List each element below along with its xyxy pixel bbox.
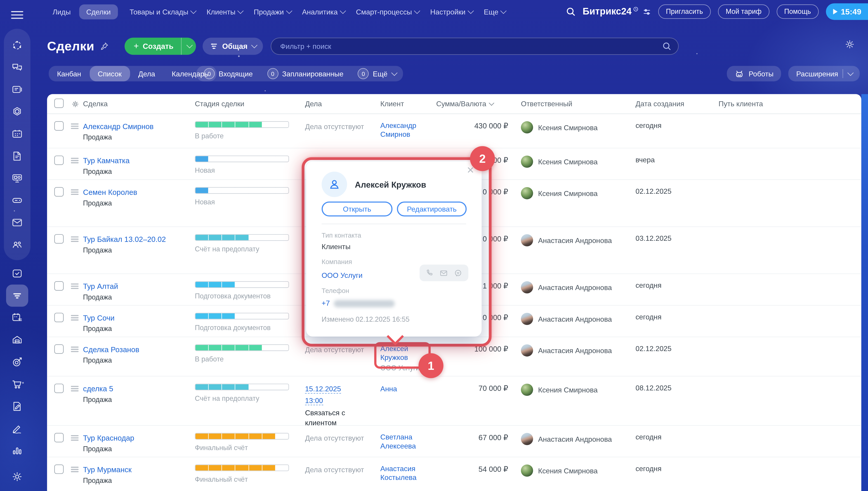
search-icon[interactable]: [566, 6, 575, 17]
row-menu-icon[interactable]: [71, 148, 83, 164]
table-row[interactable]: Сделка РозановПродажа В работе Дела отсу…: [47, 337, 861, 376]
feed-icon[interactable]: [6, 79, 28, 101]
tab-list[interactable]: Список: [90, 66, 130, 81]
company-link[interactable]: ООО Услуги: [322, 271, 363, 280]
chat-icon[interactable]: [454, 269, 462, 277]
stage-progress-bar[interactable]: [195, 121, 289, 128]
marketing-icon[interactable]: [6, 351, 28, 373]
tasks-icon[interactable]: [6, 262, 28, 285]
table-row[interactable]: Тур КраснодарПродажа Финальный счёт Дела…: [47, 426, 861, 457]
counter-more[interactable]: 0Ещё: [351, 68, 403, 79]
client-link[interactable]: Светлана Алексеева: [380, 433, 423, 451]
extensions-button[interactable]: Расширения: [788, 66, 860, 81]
activity-date-link[interactable]: 15.12.2025: [305, 385, 341, 394]
stage-progress-bar[interactable]: [195, 155, 289, 162]
help-button[interactable]: Помощь: [776, 4, 819, 19]
view-selector-button[interactable]: Общая: [203, 37, 263, 55]
deal-name-link[interactable]: сделка 5: [83, 385, 113, 394]
responsible-name[interactable]: Анастасия Андронова: [538, 283, 612, 292]
column-header-amount[interactable]: Сумма/Валюта: [436, 100, 508, 108]
row-checkbox[interactable]: [54, 121, 64, 131]
pin-icon[interactable]: [100, 41, 110, 51]
client-link[interactable]: Алексей Кружков: [380, 344, 423, 363]
grid-settings-gear-icon[interactable]: [844, 39, 855, 50]
column-header-deal[interactable]: Сделка: [83, 100, 195, 108]
deal-name-link[interactable]: Тур Сочи: [83, 314, 114, 323]
stage-progress-bar[interactable]: [195, 281, 289, 288]
documents-icon[interactable]: [6, 145, 28, 167]
responsible-name[interactable]: Анастасия Андронова: [538, 315, 612, 323]
row-checkbox[interactable]: [54, 433, 64, 442]
stage-progress-bar[interactable]: [195, 384, 289, 390]
column-header-client[interactable]: Клиент: [380, 100, 436, 108]
booking-icon[interactable]: [6, 307, 28, 329]
responsible-name[interactable]: Анастасия Андронова: [538, 346, 612, 355]
nav-item-smart-processes[interactable]: Смарт-процессы: [356, 7, 419, 16]
nav-item-leads[interactable]: Лиды: [53, 7, 71, 16]
menu-icon[interactable]: [11, 9, 23, 21]
open-contact-button[interactable]: Открыть: [322, 201, 392, 216]
shop-icon[interactable]: [6, 373, 28, 395]
row-checkbox[interactable]: [54, 281, 64, 291]
search-filter-input[interactable]: Фильтр + поиск: [271, 37, 679, 55]
row-checkbox[interactable]: [54, 155, 64, 165]
deal-name-link[interactable]: Тур Краснодар: [83, 434, 134, 443]
stage-progress-bar[interactable]: [195, 313, 289, 319]
responsible-name[interactable]: Ксения Смирнова: [538, 157, 598, 166]
mail-icon[interactable]: [6, 211, 28, 234]
row-menu-icon[interactable]: [71, 337, 83, 353]
deal-name-link[interactable]: Тур Камчатка: [83, 157, 129, 166]
row-checkbox[interactable]: [54, 465, 64, 474]
counter-incoming[interactable]: 0Входящие: [197, 68, 260, 79]
column-header-activities[interactable]: Дела: [305, 100, 380, 108]
search-icon[interactable]: [662, 41, 671, 51]
column-header-created[interactable]: Дата создания: [635, 100, 718, 108]
select-all-checkbox[interactable]: [54, 98, 64, 108]
row-menu-icon[interactable]: [71, 457, 83, 473]
column-header-responsible[interactable]: Ответственный: [508, 100, 635, 108]
deal-name-link[interactable]: Семен Королев: [83, 188, 137, 197]
timer-button[interactable]: 15:49: [826, 3, 868, 20]
settings-gear-icon[interactable]: [6, 466, 28, 488]
people-icon[interactable]: [6, 233, 28, 256]
column-header-client-path[interactable]: Путь клиента: [719, 100, 862, 108]
nav-item-settings[interactable]: Настройки: [430, 7, 472, 16]
nav-item-analytics[interactable]: Аналитика: [302, 7, 344, 16]
client-link[interactable]: Анна: [380, 385, 397, 394]
deal-name-link[interactable]: Тур Байкал 13.02–20.02: [83, 235, 166, 244]
invite-network-icon[interactable]: [6, 34, 28, 57]
row-menu-icon[interactable]: [71, 426, 83, 442]
responsible-name[interactable]: Ксения Смирнова: [538, 123, 598, 132]
table-row[interactable]: сделка 5Продажа Счёт на предоплату 15.12…: [47, 376, 861, 426]
invite-button[interactable]: Пригласить: [658, 4, 711, 19]
row-menu-icon[interactable]: [71, 114, 83, 130]
sign-icon[interactable]: [6, 395, 28, 417]
responsible-name[interactable]: Ксения Смирнова: [538, 386, 598, 394]
row-checkbox[interactable]: [54, 384, 64, 393]
counter-planned[interactable]: 0Запланированные: [260, 68, 351, 79]
row-checkbox[interactable]: [54, 234, 64, 244]
nav-item-sales[interactable]: Продажи: [254, 7, 291, 16]
column-header-stage[interactable]: Стадия сделки: [195, 100, 305, 108]
stage-progress-bar[interactable]: [195, 433, 289, 439]
create-dropdown[interactable]: [181, 37, 196, 55]
drive-icon[interactable]: [6, 190, 28, 211]
client-link[interactable]: Анастасия Костылева: [380, 465, 423, 483]
tab-activities[interactable]: Дела: [130, 66, 163, 81]
responsible-name[interactable]: Ксения Смирнова: [538, 189, 598, 197]
row-menu-icon[interactable]: [71, 227, 83, 243]
deal-name-link[interactable]: Тур Мурманск: [83, 466, 131, 475]
deal-name-link[interactable]: Александр Смирнов: [83, 122, 153, 131]
table-row[interactable]: Тур МурманскПродажа Финальный счёт Дела …: [47, 457, 861, 491]
columns-settings-gear-icon[interactable]: [71, 99, 83, 108]
my-tariff-button[interactable]: Мой тариф: [718, 4, 769, 19]
sliders-icon[interactable]: [642, 8, 651, 16]
table-row[interactable]: Александр СмирновПродажа В работе Дела о…: [47, 114, 861, 148]
stage-progress-bar[interactable]: [195, 234, 289, 241]
messenger-icon[interactable]: [6, 57, 28, 79]
stage-progress-bar[interactable]: [195, 465, 289, 471]
video-meeting-icon[interactable]: [6, 167, 28, 190]
activity-time-link[interactable]: 13:00: [305, 396, 323, 405]
calendar-icon[interactable]: [6, 123, 28, 145]
row-menu-icon[interactable]: [71, 306, 83, 322]
